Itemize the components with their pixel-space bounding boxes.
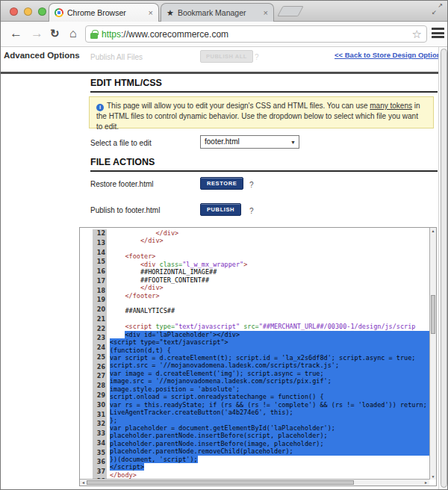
code-line[interactable]: <script type="text/javascript">	[110, 338, 429, 346]
tab-chrome-browser[interactable]: Chrome Browser ×	[49, 3, 159, 22]
tab-close-icon[interactable]: ×	[264, 9, 268, 16]
url-rest: ://www.corecommerce.com	[121, 29, 228, 40]
close-window-button[interactable]	[10, 7, 18, 16]
code-line[interactable]: </body>	[110, 471, 429, 479]
info-icon: i	[96, 104, 104, 111]
line-number: 30	[93, 401, 107, 411]
file-select-dropdown[interactable]: footer.html ▼	[200, 135, 299, 149]
scroll-down-icon[interactable]: ▼	[430, 474, 436, 479]
forward-button[interactable]: →	[31, 25, 43, 43]
code-line[interactable]: image.style.position = 'absolute';	[110, 385, 429, 393]
code-line[interactable]: <script type="text/javascript" src="##ME…	[110, 323, 429, 330]
browser-window: Chrome Browser × ★ Bookmark Manager × ↗↙…	[0, 0, 448, 490]
line-number: 24	[93, 344, 107, 353]
code-line[interactable]: </div>	[110, 229, 429, 237]
code-line[interactable]: var rs = this.readyState; if (rs && (rs …	[110, 401, 429, 409]
page-scrollbar-thumb[interactable]	[441, 49, 447, 488]
code-line[interactable]	[110, 315, 429, 323]
line-number: 17	[93, 277, 107, 287]
code-line[interactable]: </footer>	[110, 292, 429, 300]
url-text[interactable]: https://www.corecommerce.com	[102, 29, 408, 40]
browser-toolbar: ← → ↻ ⌂ https://www.corecommerce.com ☆	[1, 22, 448, 47]
publish-help-link[interactable]: ?	[249, 207, 254, 215]
many-tokens-link[interactable]: many tokens	[370, 102, 412, 110]
restore-button[interactable]: RESTORE	[200, 177, 243, 190]
back-button[interactable]: ←	[10, 25, 22, 43]
line-number: 12	[93, 229, 107, 239]
header-divider	[1, 72, 438, 74]
vertical-scrollbar-thumb[interactable]	[431, 295, 435, 334]
code-line[interactable]: placeholder.parentNode.removeChild(place…	[110, 447, 429, 455]
publish-label: Publish to footer.html	[90, 206, 160, 214]
line-number: 18	[93, 287, 107, 297]
bookmark-favicon-icon: ★	[167, 9, 174, 17]
code-line[interactable]: (function(d,t) {	[110, 347, 429, 354]
line-number: 28	[93, 382, 107, 391]
resize-window-icon[interactable]: ↗↙	[432, 4, 443, 14]
code-line[interactable]: LiveAgentTracker.createButton('a4b274e6'…	[110, 409, 429, 416]
line-number: 37	[93, 468, 107, 477]
chevron-down-icon: ▼	[290, 140, 296, 145]
code-line[interactable]: })(document, 'script');	[110, 456, 429, 463]
line-number: 16	[93, 267, 107, 277]
publish-button[interactable]: PUBLISH	[200, 203, 241, 216]
minimize-window-button[interactable]	[24, 7, 32, 16]
tab-bookmark-manager[interactable]: ★ Bookmark Manager ×	[161, 3, 274, 22]
bookmark-star-icon[interactable]: ☆	[412, 28, 422, 41]
page-title: Advanced Options	[4, 51, 80, 60]
chrome-favicon-icon	[55, 8, 63, 17]
editor-gutter: 1213141516171819202122232425262728293031…	[93, 229, 107, 486]
code-line[interactable]: ##ANALYTICS##	[110, 307, 429, 314]
zoom-window-button[interactable]	[38, 7, 46, 16]
code-line[interactable]: ##HORIZONTAL_IMAGE##	[110, 268, 429, 276]
code-line[interactable]: image.src = '//mojanovadomena.ladesk.com…	[110, 377, 429, 385]
horizontal-scrollbar-thumb[interactable]	[87, 480, 354, 485]
code-editor[interactable]: 1213141516171819202122232425262728293031…	[79, 227, 437, 486]
page-scrollbar[interactable]	[438, 47, 448, 490]
code-line[interactable]: var script = d.createElement(t); script.…	[110, 354, 429, 362]
editor-horizontal-scrollbar[interactable]: ◄ ►	[80, 479, 429, 486]
restore-help-link[interactable]: ?	[249, 181, 254, 189]
code-line[interactable]	[110, 245, 429, 252]
code-line[interactable]: var image = d.createElement('img'); scri…	[110, 370, 429, 377]
reload-button[interactable]: ↻	[50, 25, 60, 43]
code-line[interactable]: placeholder.parentNode.insertBefore(imag…	[110, 440, 429, 447]
new-tab-button[interactable]	[277, 6, 303, 16]
line-number: 14	[93, 249, 107, 258]
line-number: 19	[93, 296, 107, 306]
code-line[interactable]: </div>	[110, 284, 429, 291]
scroll-right-icon[interactable]: ►	[424, 480, 428, 485]
scroll-left-icon[interactable]: ◄	[81, 480, 85, 485]
tab-close-icon[interactable]: ×	[149, 9, 153, 16]
code-line[interactable]: ##FOOTER_CONTENT##	[110, 276, 429, 284]
line-number: 13	[93, 239, 107, 249]
publish-all-button[interactable]: PUBLISH ALL	[200, 50, 253, 63]
code-line[interactable]: };	[110, 417, 429, 424]
line-number: 21	[93, 315, 107, 325]
line-number: 15	[93, 258, 107, 267]
code-line[interactable]: <footer>	[110, 252, 429, 260]
back-to-store-design-link[interactable]: << Back to Store Design Options	[335, 51, 438, 59]
line-number: 36	[93, 458, 107, 468]
publish-all-files-label: Publish All Files	[90, 53, 143, 61]
code-line[interactable]: <div class="l_w_mx_wrapper">	[110, 261, 429, 268]
address-bar[interactable]: https://www.corecommerce.com ☆	[85, 25, 427, 43]
code-line[interactable]: var placeholder = document.getElementByI…	[110, 424, 429, 432]
code-line[interactable]: </div>	[110, 237, 429, 244]
scroll-up-icon[interactable]: ▲	[430, 229, 436, 233]
line-number: 26	[93, 363, 107, 373]
code-line[interactable]: script.src = '//mojanovadomena.ladesk.co…	[110, 362, 429, 369]
line-number: 29	[93, 391, 107, 401]
code-line[interactable]	[110, 300, 429, 307]
code-line[interactable]: script.onload = script.onreadystatechang…	[110, 393, 429, 400]
line-number: 23	[93, 334, 107, 344]
home-button[interactable]: ⌂	[69, 25, 77, 43]
code-line[interactable]: placeholder.parentNode.insertBefore(scri…	[110, 432, 429, 439]
menu-icon[interactable]	[432, 28, 444, 40]
restore-label: Restore footer.html	[90, 180, 153, 188]
code-line[interactable]: <div id='laPlaceholder'></div>	[110, 331, 429, 338]
editor-vertical-scrollbar[interactable]: ▲ ▼	[429, 228, 436, 480]
code-line[interactable]: </script>	[110, 463, 429, 471]
editor-code[interactable]: </div> </div> <footer> <div class="l_w_m…	[110, 229, 429, 486]
publish-all-help-link[interactable]: ?	[255, 53, 259, 61]
